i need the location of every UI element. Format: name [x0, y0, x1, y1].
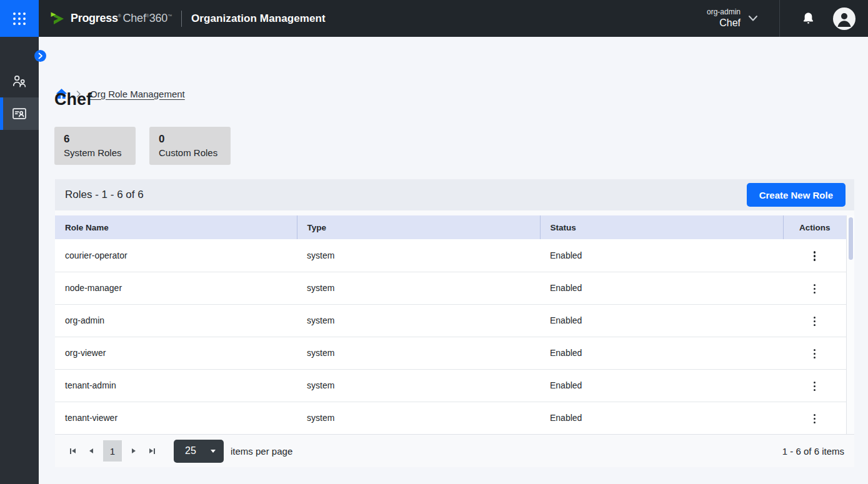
custom-roles-label: Custom Roles — [159, 146, 221, 159]
system-roles-count: 6 — [64, 132, 126, 146]
role-status-cell: Enabled — [540, 337, 783, 369]
role-status-cell: Enabled — [540, 272, 783, 304]
progress-logo-icon — [49, 11, 66, 27]
create-new-role-button[interactable]: Create New Role — [747, 183, 846, 207]
brand-product-text: Chef®360™ — [123, 12, 172, 25]
notifications-button[interactable] — [801, 11, 816, 26]
role-type-cell: system — [297, 337, 540, 369]
role-name-cell: tenant-viewer — [55, 402, 297, 434]
role-name-cell: org-admin — [55, 304, 297, 337]
items-range-label: 1 - 6 of 6 items — [782, 446, 844, 457]
table-row: node-manager system Enabled — [55, 272, 846, 304]
row-actions-kebab-button[interactable] — [807, 410, 822, 428]
system-roles-stat-card: 6 System Roles — [54, 127, 136, 165]
column-header-status: Status — [540, 215, 783, 239]
caret-down-icon — [211, 450, 216, 453]
role-type-cell: system — [297, 402, 540, 434]
brand-progress-text: Progress® — [71, 12, 121, 25]
row-actions-kebab-button[interactable] — [807, 377, 822, 396]
users-icon — [11, 73, 27, 89]
roles-card-titlebar: Roles - 1 - 6 of 6 Create New Role — [55, 179, 854, 210]
role-type-cell: system — [297, 369, 540, 402]
role-name-cell: node-manager — [55, 272, 297, 304]
org-switcher[interactable]: org-admin Chef — [707, 7, 741, 29]
bell-icon — [801, 11, 816, 26]
table-row: org-admin system Enabled — [55, 304, 846, 337]
card-spacer — [55, 210, 854, 215]
custom-roles-stat-card: 0 Custom Roles — [149, 127, 231, 165]
chevron-down-icon[interactable] — [748, 15, 758, 22]
chevron-right-icon — [38, 52, 43, 59]
column-header-role-name: Role Name — [55, 215, 297, 239]
header-right-cluster: org-admin Chef — [707, 0, 868, 37]
sidebar-expand-toggle[interactable] — [34, 50, 46, 62]
row-actions-kebab-button[interactable] — [807, 312, 822, 331]
stats-row: 6 System Roles 0 Custom Roles — [54, 127, 231, 165]
first-page-icon — [70, 448, 71, 454]
role-type-cell: system — [297, 239, 540, 272]
user-org-label: Chef — [707, 17, 741, 29]
current-page-button[interactable]: 1 — [103, 440, 122, 462]
roles-table: Role Name Type Status Actions courier-op… — [55, 215, 846, 435]
user-avatar-button[interactable] — [833, 7, 856, 30]
page-size-value: 25 — [185, 445, 196, 457]
role-name-cell: org-viewer — [55, 337, 297, 369]
user-role-label: org-admin — [707, 7, 741, 17]
table-row: tenant-admin system Enabled — [55, 369, 846, 402]
app-title: Organization Management — [191, 12, 326, 25]
previous-page-button[interactable] — [84, 443, 98, 458]
first-page-button[interactable] — [65, 443, 81, 459]
table-row: org-viewer system Enabled — [55, 337, 846, 369]
table-row: courier-operator system Enabled — [55, 239, 846, 272]
roles-table-body: Role Name Type Status Actions courier-op… — [55, 215, 854, 434]
left-sidebar — [0, 37, 39, 484]
top-header: Progress® Chef®360™ Organization Managem… — [0, 0, 868, 37]
apps-grid-icon — [13, 12, 26, 25]
roles-table-wrap: Role Name Type Status Actions courier-op… — [55, 215, 846, 434]
breadcrumb-link-org-role-management[interactable]: Org Role Management — [90, 89, 185, 99]
column-header-actions: Actions — [783, 215, 846, 239]
system-roles-label: System Roles — [64, 146, 126, 159]
table-footer: 1 25 items per page 1 - 6 of 6 items — [55, 434, 854, 467]
row-actions-kebab-button[interactable] — [807, 280, 822, 299]
role-status-cell: Enabled — [540, 239, 783, 272]
person-icon — [833, 7, 856, 30]
page-title: Chef — [54, 90, 92, 109]
header-divider — [181, 11, 182, 27]
main-content: Org Role Management Chef 6 System Roles … — [39, 37, 868, 484]
last-page-icon — [149, 448, 153, 453]
brand-logo: Progress® Chef®360™ — [49, 11, 172, 27]
app-launcher-button[interactable] — [0, 0, 39, 37]
next-page-icon — [132, 448, 136, 453]
role-name-cell: tenant-admin — [55, 369, 297, 402]
table-header-row: Role Name Type Status Actions — [55, 215, 846, 239]
page-size-dropdown[interactable]: 25 — [174, 440, 224, 463]
role-status-cell: Enabled — [540, 304, 783, 337]
column-header-type: Type — [297, 215, 540, 239]
sidebar-item-org-roles[interactable] — [0, 97, 39, 130]
role-type-cell: system — [297, 272, 540, 304]
next-page-button[interactable] — [127, 443, 141, 458]
header-vertical-divider — [779, 0, 780, 37]
role-name-cell: courier-operator — [55, 239, 297, 272]
role-status-cell: Enabled — [540, 369, 783, 402]
role-status-cell: Enabled — [540, 402, 783, 434]
items-per-page-label: items per page — [231, 446, 292, 457]
roles-card-title: Roles - 1 - 6 of 6 — [65, 189, 144, 201]
sidebar-item-users[interactable] — [0, 65, 39, 97]
id-card-icon — [11, 106, 27, 122]
table-scrollbar-track[interactable] — [846, 215, 854, 434]
table-scrollbar-thumb[interactable] — [849, 217, 853, 260]
previous-page-icon — [89, 448, 93, 453]
table-row: tenant-viewer system Enabled — [55, 402, 846, 434]
last-page-button[interactable] — [144, 443, 160, 459]
roles-table-card: Roles - 1 - 6 of 6 Create New Role Role … — [55, 179, 854, 467]
role-type-cell: system — [297, 304, 540, 337]
row-actions-kebab-button[interactable] — [807, 247, 822, 265]
row-actions-kebab-button[interactable] — [807, 345, 822, 363]
custom-roles-count: 0 — [159, 132, 221, 146]
